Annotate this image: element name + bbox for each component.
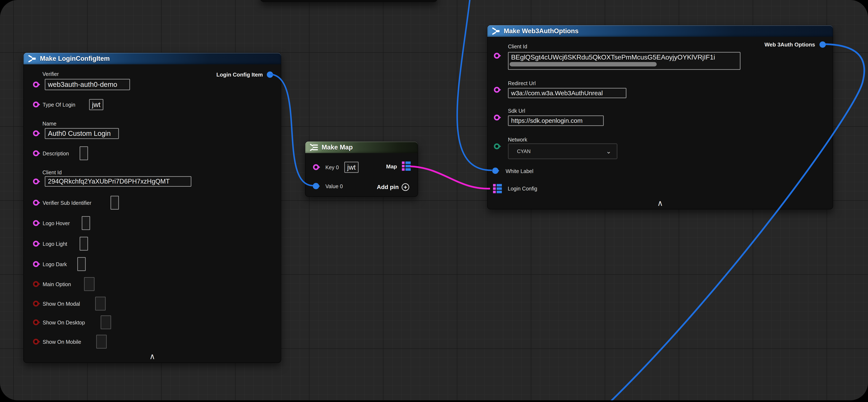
pin-label-logo-hover: Logo Hover [43, 220, 70, 226]
blueprint-canvas[interactable]: Make LoginConfigItem Login Config Item V… [0, 0, 868, 400]
pin-label-description: Description [43, 150, 69, 156]
pin-label-login-config: Login Config [508, 185, 537, 192]
pin-label-redirect-url: Redirect Url [508, 80, 536, 86]
input-pin-key-0[interactable] [313, 164, 319, 170]
logo-dark-input[interactable] [77, 257, 86, 271]
input-pin-name[interactable] [33, 131, 39, 136]
make-struct-icon [491, 27, 500, 35]
output-pin-web3auth-options[interactable] [819, 41, 826, 48]
pin-label-verifier: Verifier [42, 71, 59, 77]
node-title: Make Web3AuthOptions [504, 27, 579, 35]
input-pin-logo-light[interactable] [33, 241, 39, 247]
description-input[interactable] [80, 146, 88, 160]
main-option-checkbox[interactable] [84, 277, 95, 291]
pin-label-key-0: Key 0 [326, 165, 339, 171]
pin-label-show-on-modal: Show On Modal [43, 301, 80, 307]
input-pin-network[interactable] [494, 143, 500, 149]
type-of-login-input[interactable]: jwt [89, 99, 103, 110]
add-pin-plus-icon: + [402, 183, 409, 191]
input-pin-verifier[interactable] [33, 82, 39, 87]
input-pin-client-id[interactable] [33, 178, 39, 184]
input-pin-show-on-mobile[interactable] [33, 339, 39, 345]
input-pin-description[interactable] [33, 150, 39, 156]
verifier-input[interactable]: web3auth-auth0-demo [45, 79, 130, 90]
input-pin-type-of-login[interactable] [33, 102, 39, 108]
input-pin-white-label[interactable] [492, 168, 498, 174]
node-header-make-map[interactable]: Make Map [305, 142, 418, 153]
node-title: Make Map [321, 144, 353, 151]
output-pin-label: Map [386, 163, 397, 170]
input-pin-main-option[interactable] [33, 281, 39, 287]
logo-hover-input[interactable] [82, 216, 90, 230]
show-on-mobile-checkbox[interactable] [96, 335, 107, 349]
pin-label-client-id: Client Id [508, 44, 527, 50]
node-title: Make LoginConfigItem [40, 55, 110, 62]
pin-label-name: Name [42, 121, 57, 127]
output-pin-label: Login Config Item [216, 71, 263, 78]
add-pin-button[interactable]: Add pin + [377, 183, 409, 191]
wire-map-to-login-config[interactable] [410, 166, 490, 189]
node-header-make-loginconfigitem[interactable]: Make LoginConfigItem [24, 53, 281, 64]
node-make-map[interactable]: Make Map Key 0 jwt Map Value 0 Add pin + [305, 141, 418, 197]
input-pin-show-on-modal[interactable] [33, 301, 39, 307]
pin-label-show-on-mobile: Show On Mobile [43, 339, 81, 345]
redirect-url-input[interactable]: w3a://com.w3a.Web3AuthUnreal [508, 88, 626, 98]
make-struct-icon [27, 55, 36, 62]
collapse-chevron-icon[interactable]: ∧ [24, 352, 281, 361]
input-pin-verifier-sub-identifier[interactable] [33, 200, 39, 206]
logo-light-input[interactable] [80, 237, 88, 251]
key-0-input[interactable]: jwt [344, 162, 359, 173]
pin-label-verifier-sub-identifier: Verifier Sub Identifier [43, 200, 91, 206]
pin-label-sdk-url: Sdk Url [508, 108, 525, 114]
network-dropdown[interactable]: CYAN ⌄ [508, 143, 617, 159]
pin-label-show-on-desktop: Show On Desktop [43, 320, 85, 326]
offscreen-node-bottom-edge[interactable] [260, 0, 438, 2]
wire-top-to-white-label[interactable] [457, 0, 492, 170]
pin-label-network: Network [508, 137, 527, 143]
name-input[interactable]: Auth0 Custom Login [45, 128, 119, 139]
input-pin-show-on-desktop[interactable] [33, 319, 39, 325]
input-pin-value-0[interactable] [313, 183, 319, 189]
pin-label-logo-dark: Logo Dark [43, 261, 67, 267]
node-make-loginconfigitem[interactable]: Make LoginConfigItem Login Config Item V… [23, 53, 281, 363]
show-on-desktop-checkbox[interactable] [101, 315, 111, 329]
pin-label-main-option: Main Option [43, 281, 71, 287]
pin-label-client-id: Client Id [42, 169, 62, 176]
pin-label-value-0: Value 0 [326, 183, 343, 190]
chevron-down-icon: ⌄ [606, 148, 611, 155]
node-header-make-web3authoptions[interactable]: Make Web3AuthOptions [487, 25, 833, 37]
input-pin-client-id[interactable] [494, 53, 500, 59]
output-pin-label: Web 3Auth Options [765, 41, 815, 48]
add-pin-label: Add pin [377, 184, 399, 191]
output-pin-map[interactable] [402, 162, 411, 171]
pin-label-white-label: White Label [506, 168, 533, 174]
pin-label-logo-light: Logo Light [43, 241, 67, 247]
input-pin-redirect-url[interactable] [494, 87, 500, 93]
network-dropdown-value: CYAN [517, 148, 531, 154]
show-on-modal-checkbox[interactable] [95, 297, 106, 311]
verifier-sub-identifier-input[interactable] [111, 196, 119, 210]
node-make-web3authoptions[interactable]: Make Web3AuthOptions Web 3Auth Options C… [487, 25, 833, 209]
input-pin-logo-hover[interactable] [33, 220, 39, 226]
pin-label-type-of-login: Type Of Login [43, 102, 75, 108]
make-map-icon [309, 144, 318, 151]
input-pin-logo-dark[interactable] [33, 261, 39, 267]
input-pin-login-config[interactable] [493, 184, 502, 193]
client-id-input-scrollbar[interactable] [509, 62, 657, 66]
client-id-input[interactable]: BEglQSgt4cUWcj6SKRdu5QkOXTsePmMcusG5EAoy… [508, 52, 741, 70]
sdk-url-input[interactable]: https://sdk.openlogin.com [508, 115, 604, 126]
input-pin-sdk-url[interactable] [494, 115, 500, 120]
client-id-input[interactable]: 294QRkchfq2YaXUbPri7D6PH7xzHgQMT [45, 176, 191, 187]
